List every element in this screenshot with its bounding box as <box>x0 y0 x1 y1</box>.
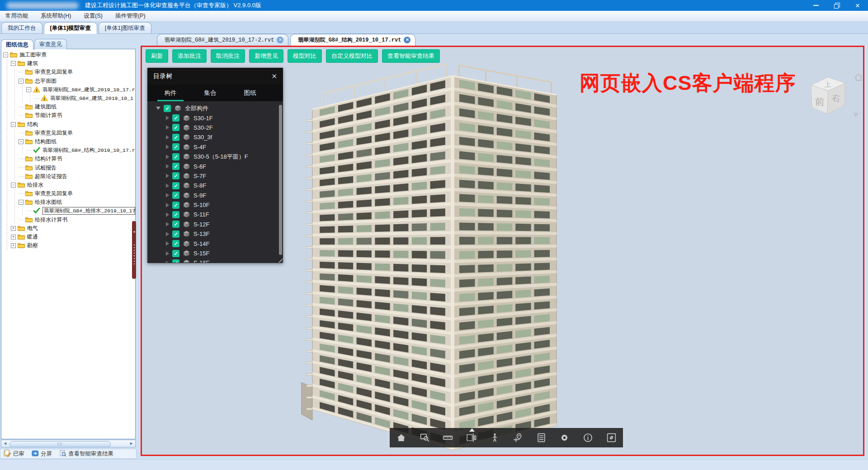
item-checkbox[interactable]: ✓ <box>172 114 179 122</box>
viewer-zoom-window-button[interactable] <box>417 430 432 446</box>
tree-item[interactable]: −结构 <box>1 120 135 129</box>
model-toolbar-button-7[interactable]: 查看智能审查结果 <box>382 49 440 63</box>
menu-item-4[interactable]: 插件管理(P) <box>115 12 146 20</box>
tree-expander[interactable]: − <box>3 52 8 57</box>
item-checkbox[interactable]: ✓ <box>172 259 179 263</box>
tree-item[interactable]: 结构计算书 <box>1 155 135 163</box>
model-toolbar-button-3[interactable]: 取消批注 <box>211 49 245 63</box>
scrollbar-thumb[interactable] <box>9 441 111 447</box>
tree-expander[interactable]: + <box>11 226 16 231</box>
catalog-close-button[interactable]: ✕ <box>271 72 277 80</box>
viewer-survey-pin-button[interactable] <box>510 430 526 446</box>
item-checkbox[interactable]: ✓ <box>172 143 179 150</box>
catalog-item[interactable]: ✓S-9F <box>147 191 283 200</box>
tree-item[interactable]: 审查意见回复单 <box>1 189 135 198</box>
model-toolbar-button-2[interactable]: 添加批注 <box>172 49 207 63</box>
tree-expander[interactable]: + <box>11 243 16 248</box>
expand-triangle-icon[interactable] <box>166 232 169 236</box>
model-toolbar-button-1[interactable]: 刷新 <box>146 49 168 63</box>
main-tab-1[interactable]: 我的工作台 <box>1 22 42 33</box>
expand-triangle-icon[interactable] <box>166 164 169 169</box>
catalog-item[interactable]: ✓S-16F <box>147 258 283 263</box>
expand-triangle-icon[interactable] <box>166 193 169 197</box>
menu-item-3[interactable]: 设置(S) <box>84 12 103 20</box>
minimize-button[interactable] <box>806 0 826 11</box>
menu-item-2[interactable]: 系统帮助(H) <box>41 12 71 20</box>
main-tab-3[interactable]: [单体1]图纸审查 <box>99 22 151 33</box>
tree-item[interactable]: 审查意见回复单 <box>1 68 135 76</box>
item-checkbox[interactable]: ✓ <box>172 230 179 238</box>
tree-item[interactable]: +勘察 <box>1 241 135 250</box>
expand-triangle-icon[interactable] <box>166 251 169 256</box>
status-item-1[interactable]: 已审 <box>4 450 24 458</box>
model-toolbar-button-6[interactable]: 自定义模型对比 <box>326 49 378 63</box>
expand-triangle-icon[interactable] <box>166 155 169 159</box>
expand-triangle-icon[interactable] <box>166 135 169 140</box>
status-item-3[interactable]: 查看智能审查结果 <box>59 450 113 458</box>
expand-triangle-icon[interactable] <box>166 261 169 263</box>
expand-triangle-icon[interactable] <box>166 174 169 178</box>
document-tab-1[interactable]: 翡翠湖别院_G8#_建筑_2019_10_17-2.rvt✕ <box>157 34 288 46</box>
tree-item[interactable]: 超限论证报告 <box>1 172 135 181</box>
model-toolbar-button-5[interactable]: 模型对比 <box>288 49 322 63</box>
item-checkbox[interactable]: ✓ <box>172 221 179 228</box>
close-button[interactable]: ✕ <box>847 0 868 11</box>
tree-expander[interactable]: + <box>11 235 16 240</box>
tree-expander[interactable]: − <box>11 122 16 127</box>
tree-item[interactable]: −给排水图纸 <box>1 198 135 207</box>
catalog-item[interactable]: ✓S30_3f <box>147 132 283 142</box>
tree-expander[interactable]: − <box>11 183 16 188</box>
item-checkbox[interactable]: ✓ <box>172 211 179 218</box>
tree-item[interactable]: 节能计算书 <box>1 111 135 120</box>
tree-item[interactable]: −施工图审查 <box>1 51 135 59</box>
home-view-button[interactable] <box>854 72 863 84</box>
sidebar-horizontal-scrollbar[interactable]: ◄ ► <box>1 440 136 447</box>
item-checkbox[interactable]: ✓ <box>172 192 179 199</box>
item-checkbox[interactable]: ✓ <box>172 202 179 209</box>
expand-triangle-icon[interactable] <box>166 241 169 246</box>
viewer-measure-button[interactable] <box>440 430 456 446</box>
item-checkbox[interactable]: ✓ <box>172 182 179 189</box>
expand-triangle-icon[interactable] <box>166 222 169 226</box>
expand-triangle-icon[interactable] <box>166 183 169 188</box>
tree-item[interactable]: 翡翠湖别院_G8#_给排水_2019_10_17 <box>1 207 135 215</box>
expand-triangle-icon[interactable] <box>166 145 169 149</box>
tree-expander[interactable]: − <box>26 87 31 92</box>
tree-item[interactable]: −给排水 <box>1 181 135 189</box>
tree-item[interactable]: −总平面图 <box>1 77 135 85</box>
tree-item[interactable]: +电气 <box>1 224 135 233</box>
catalog-item[interactable]: ✓S30-2F <box>147 123 283 132</box>
item-checkbox[interactable]: ✓ <box>172 163 179 170</box>
catalog-tab-3[interactable]: 图纸 <box>233 85 267 101</box>
model-canvas[interactable] <box>301 59 568 456</box>
catalog-item[interactable]: ✓S30-1F <box>147 113 283 122</box>
tree-scrollbar-thumb[interactable]: ◄ <box>132 221 136 279</box>
tree-item[interactable]: −结构图纸 <box>1 137 135 146</box>
tree-expander[interactable]: − <box>11 61 16 66</box>
catalog-tab-1[interactable]: 构件 <box>154 85 187 101</box>
tree-item[interactable]: 试桩报告 <box>1 163 135 172</box>
catalog-tab-2[interactable]: 集合 <box>193 85 227 101</box>
tree-item[interactable]: +暖通 <box>1 233 135 241</box>
tree-expander[interactable]: − <box>19 79 24 84</box>
catalog-item[interactable]: ✓S-7F <box>147 171 283 181</box>
tree-item[interactable]: !翡翠湖别院_G8#_建筑_2019_10_1 <box>1 94 135 103</box>
catalog-item[interactable]: ✓S30-5（5-18平面）F <box>147 152 283 161</box>
catalog-item[interactable]: ✓S-6F <box>147 161 283 171</box>
catalog-item[interactable]: ✓S-14F <box>147 239 283 248</box>
tree-item[interactable]: 审查意见回复单 <box>1 129 135 137</box>
catalog-item[interactable]: ✓S-4F <box>147 142 283 152</box>
sidebar-tab-2[interactable]: 审查意见 <box>34 39 67 49</box>
document-tab-2[interactable]: 翡翠湖别院_G8#_结构_2019_10_17.rvt✕ <box>290 34 415 46</box>
tab-close-button[interactable]: ✕ <box>277 37 283 43</box>
tree-item[interactable]: −建筑 <box>1 59 135 68</box>
catalog-header[interactable]: 目录树 ✕ <box>147 68 283 85</box>
catalog-item[interactable]: ✓S-15F <box>147 249 283 258</box>
status-item-2[interactable]: 分屏 <box>32 450 52 458</box>
expand-triangle-icon[interactable] <box>156 107 160 110</box>
viewer-home-button[interactable] <box>394 430 409 446</box>
item-checkbox[interactable]: ✓ <box>164 105 171 112</box>
catalog-item[interactable]: ✓S-10F <box>147 200 283 210</box>
scroll-right-arrow[interactable]: ► <box>128 441 135 446</box>
viewer-fullscreen-button[interactable] <box>604 430 619 446</box>
